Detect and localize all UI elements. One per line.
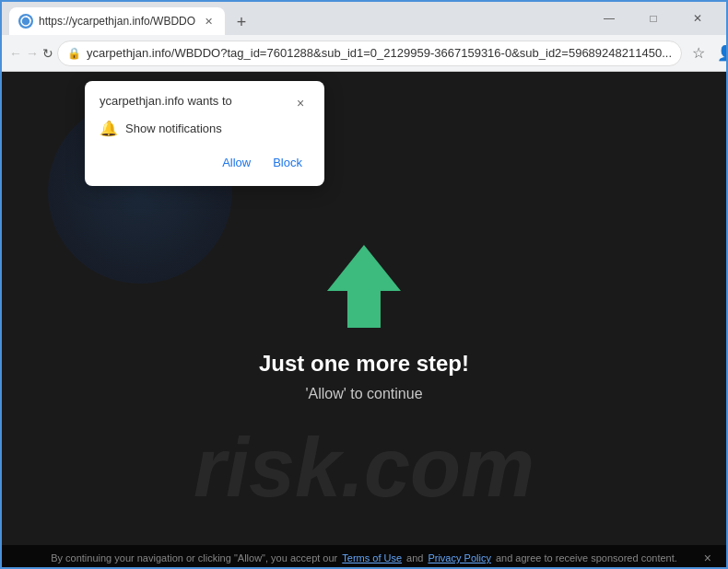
- active-tab[interactable]: https://ycarpethjan.info/WBDDO ✕: [9, 7, 225, 35]
- bell-icon: 🔔: [100, 120, 118, 137]
- popup-notification-row: 🔔 Show notifications: [100, 120, 310, 137]
- privacy-link[interactable]: Privacy Policy: [428, 552, 490, 563]
- allow-button[interactable]: Allow: [215, 150, 258, 175]
- page-content: risk.com Just one more step! 'Allow' to …: [2, 72, 726, 569]
- main-content: Just one more step! 'Allow' to continue: [259, 240, 469, 402]
- main-title: Just one more step!: [259, 351, 469, 377]
- url-text: ycarpethjan.info/WBDDO?tag_id=7601288&su…: [87, 46, 672, 60]
- reload-button[interactable]: ↻: [42, 41, 53, 66]
- terms-link[interactable]: Terms of Use: [342, 552, 402, 563]
- popup-buttons: Allow Block: [100, 150, 310, 175]
- block-button[interactable]: Block: [265, 150, 310, 175]
- bottom-text-3: and agree to receive sponsored content.: [496, 552, 677, 563]
- tab-title: https://ycarpethjan.info/WBDDO: [39, 15, 195, 28]
- tab-close-button[interactable]: ✕: [201, 14, 216, 29]
- bg-watermark: risk.com: [2, 421, 726, 516]
- address-bar: ← → ↻ 🔒 ycarpethjan.info/WBDDO?tag_id=76…: [2, 35, 726, 72]
- notification-label: Show notifications: [125, 122, 222, 135]
- tab-favicon: [18, 14, 33, 29]
- bookmark-button[interactable]: ☆: [686, 41, 711, 66]
- forward-button[interactable]: →: [26, 41, 39, 66]
- window-close-button[interactable]: ✕: [676, 5, 719, 32]
- lock-icon: 🔒: [67, 47, 81, 60]
- window-controls: — □ ✕: [588, 5, 719, 32]
- maximize-button[interactable]: □: [632, 5, 675, 32]
- bottom-bar: By continuing your navigation or clickin…: [2, 545, 726, 569]
- arrow-up-icon: [323, 240, 405, 332]
- url-box[interactable]: 🔒 ycarpethjan.info/WBDDO?tag_id=7601288&…: [57, 41, 682, 66]
- new-tab-button[interactable]: +: [229, 9, 254, 35]
- popup-header: ycarpethjan.info wants to ×: [100, 94, 310, 112]
- popup-title: ycarpethjan.info wants to: [100, 94, 232, 108]
- bottom-text-1: By continuing your navigation or clickin…: [51, 552, 337, 563]
- title-bar: https://ycarpethjan.info/WBDDO ✕ + — □ ✕: [2, 2, 726, 35]
- account-button[interactable]: 👤: [713, 41, 728, 66]
- back-button[interactable]: ←: [9, 41, 22, 66]
- address-bar-actions: ☆ 👤 ⋮: [686, 41, 728, 66]
- bottom-text-2: and: [406, 552, 423, 563]
- minimize-button[interactable]: —: [588, 5, 630, 32]
- svg-marker-1: [327, 245, 401, 328]
- popup-close-button[interactable]: ×: [291, 94, 310, 112]
- tab-area: https://ycarpethjan.info/WBDDO ✕ +: [9, 2, 584, 35]
- main-subtitle: 'Allow' to continue: [305, 386, 422, 402]
- notification-popup: ycarpethjan.info wants to × 🔔 Show notif…: [85, 81, 324, 186]
- bottom-close-button[interactable]: ×: [704, 551, 711, 565]
